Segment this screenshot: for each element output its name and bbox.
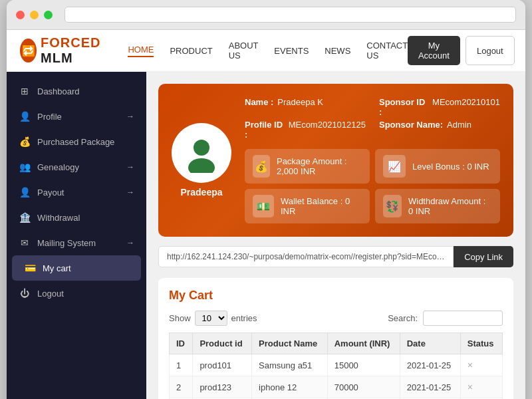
logo-forced: FORCED xyxy=(41,35,100,50)
avatar-svg xyxy=(182,133,221,173)
search-input[interactable] xyxy=(423,311,503,326)
sidebar-label-mailing: Mailing System xyxy=(37,238,96,248)
sidebar-item-logout[interactable]: ⏻ Logout xyxy=(7,281,146,306)
sidebar-label-purchased: Purchased Package xyxy=(37,137,114,147)
col-amount: Amount (INR) xyxy=(327,333,400,354)
profile-id-label: Profile ID : xyxy=(245,120,285,140)
payout-icon: 👤 xyxy=(19,187,31,198)
col-id: ID xyxy=(170,333,193,354)
browser-window: 🔁 FORCED MLM HOME PRODUCT ABOUT US EVENT… xyxy=(7,0,525,399)
nav-contact[interactable]: CONTACT US xyxy=(366,41,408,61)
cell-id: 2 xyxy=(170,376,193,398)
sidebar: ⊞ Dashboard 👤 Profile → 💰 Purchased Pack… xyxy=(7,72,146,399)
profile-id-row: Profile ID : MEcom2021012125 xyxy=(245,120,366,140)
logout-header-button[interactable]: Logout xyxy=(466,36,515,65)
cell-product-id: prod101 xyxy=(193,354,252,376)
name-label: Name : xyxy=(245,97,273,117)
cell-product-id: prod123 xyxy=(193,376,252,398)
withdrawal-icon: 🏦 xyxy=(19,212,31,223)
nav-events[interactable]: EVENTS xyxy=(274,46,309,56)
col-status: Status xyxy=(460,333,502,354)
cell-amount: 70000 xyxy=(327,376,400,398)
avatar-name: Pradeepa xyxy=(180,187,222,198)
avatar-col: Pradeepa xyxy=(172,123,231,198)
col-date: Date xyxy=(400,333,460,354)
package-label: Package Amount : 2,000 INR xyxy=(277,156,362,176)
cell-amount: 15000 xyxy=(327,354,400,376)
maximize-btn[interactable] xyxy=(44,11,53,19)
profile-info: Name : Pradeepa K Sponsor ID : MEcom2021… xyxy=(245,97,500,223)
logo-icon: 🔁 xyxy=(20,39,37,63)
copy-link-button[interactable]: Copy Link xyxy=(454,246,513,267)
stats-grid: 💰 Package Amount : 2,000 INR 📈 Level Bon… xyxy=(245,149,500,223)
cell-status: × xyxy=(460,354,502,376)
level-bonus-label: Level Bonus : 0 INR xyxy=(412,162,489,172)
profile-arrow-icon: → xyxy=(126,112,134,121)
cell-date: 2021-01-25 xyxy=(400,376,460,398)
dashboard-icon: ⊞ xyxy=(19,86,31,96)
payout-arrow-icon: → xyxy=(126,188,134,197)
svg-point-0 xyxy=(194,140,209,156)
col-product-id: Product id xyxy=(193,333,252,354)
cell-date: 2021-01-25 xyxy=(400,354,460,376)
sidebar-item-profile[interactable]: 👤 Profile → xyxy=(7,104,146,129)
genealogy-icon: 👥 xyxy=(19,162,31,172)
sponsor-name-label: Sponsor Name: xyxy=(379,120,443,140)
logout-sidebar-icon: ⏻ xyxy=(19,288,31,299)
close-btn[interactable] xyxy=(16,11,25,19)
profile-sponsor-id-row: Sponsor ID : MEcom20210101 xyxy=(379,97,500,117)
sponsor-name-value: Admin xyxy=(447,120,471,140)
table-controls: Show 10 25 50 entries Search: xyxy=(169,311,503,326)
link-row: http://162.241.124.230/~purposa/demo/mat… xyxy=(158,246,513,267)
sidebar-label-logout: Logout xyxy=(37,289,64,299)
entries-label: entries xyxy=(231,313,257,323)
profile-card: Pradeepa Name : Pradeepa K Sponsor ID : … xyxy=(158,84,513,237)
table-row: 1 prod101 Samsung a51 15000 2021-01-25 × xyxy=(170,354,503,376)
sidebar-label-payout: Payout xyxy=(37,188,64,198)
logo-mlm: MLM xyxy=(41,51,73,65)
cart-table: ID Product id Product Name Amount (INR) … xyxy=(169,332,503,399)
sidebar-label-genealogy: Genealogy xyxy=(37,162,79,172)
profile-id-value: MEcom2021012125 xyxy=(289,120,366,140)
cart-section: My Cart Show 10 25 50 entries Search: xyxy=(158,278,513,399)
nav-about[interactable]: ABOUT US xyxy=(229,41,259,61)
header-buttons: My Account Logout xyxy=(408,36,515,65)
level-bonus-icon: 📈 xyxy=(383,155,406,178)
entries-select[interactable]: 10 25 50 xyxy=(195,311,227,326)
purchased-icon: 💰 xyxy=(19,136,31,147)
sidebar-item-mailing[interactable]: ✉ Mailing System → xyxy=(7,230,146,255)
sidebar-item-withdrawal[interactable]: 🏦 Withdrawal xyxy=(7,205,146,230)
avatar-circle xyxy=(172,123,231,183)
nav-news[interactable]: NEWS xyxy=(325,46,350,56)
col-product-name: Product Name xyxy=(252,333,328,354)
main-nav: HOME PRODUCT ABOUT US EVENTS NEWS CONTAC… xyxy=(128,41,408,61)
sidebar-item-mycart[interactable]: 💳 My cart xyxy=(12,255,141,281)
package-icon: 💰 xyxy=(253,155,270,178)
mailing-icon: ✉ xyxy=(19,237,31,248)
nav-product[interactable]: PRODUCT xyxy=(170,46,212,56)
sidebar-item-payout[interactable]: 👤 Payout → xyxy=(7,180,146,205)
genealogy-arrow-icon: → xyxy=(126,162,134,172)
table-row: 2 prod123 iphone 12 70000 2021-01-25 × xyxy=(170,376,503,398)
cart-title: My Cart xyxy=(169,289,503,303)
sidebar-item-purchased[interactable]: 💰 Purchased Package xyxy=(7,129,146,154)
sidebar-item-genealogy[interactable]: 👥 Genealogy → xyxy=(7,154,146,180)
cell-product-name: iphone 12 xyxy=(252,376,328,398)
logo-area: 🔁 FORCED MLM xyxy=(20,35,108,66)
name-value: Pradeepa K xyxy=(277,97,323,117)
show-label: Show xyxy=(169,313,191,323)
url-bar[interactable] xyxy=(65,7,516,23)
withdraw-icon: 💱 xyxy=(383,195,402,217)
referral-link: http://162.241.124.230/~purposa/demo/mat… xyxy=(158,246,454,267)
profile-info-grid: Name : Pradeepa K Sponsor ID : MEcom2021… xyxy=(245,97,500,140)
sponsor-id-value: MEcom20210101 xyxy=(432,97,500,117)
sidebar-item-dashboard[interactable]: ⊞ Dashboard xyxy=(7,78,146,104)
minimize-btn[interactable] xyxy=(30,11,39,19)
my-account-button[interactable]: My Account xyxy=(408,36,460,65)
site-header: 🔁 FORCED MLM HOME PRODUCT ABOUT US EVENT… xyxy=(7,30,525,72)
nav-home[interactable]: HOME xyxy=(128,45,154,57)
browser-titlebar xyxy=(7,0,525,30)
show-entries: Show 10 25 50 entries xyxy=(169,311,257,326)
mailing-arrow-icon: → xyxy=(126,238,134,247)
wallet-icon: 💵 xyxy=(253,195,274,217)
